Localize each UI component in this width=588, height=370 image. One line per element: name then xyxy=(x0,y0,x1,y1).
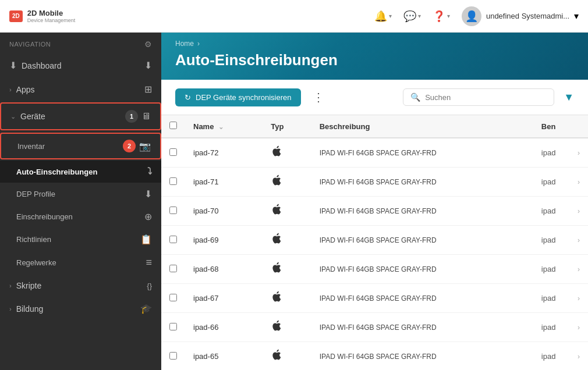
row-detail-chevron[interactable]: › xyxy=(578,294,580,303)
col-header-typ: Typ xyxy=(263,115,311,138)
select-all-checkbox[interactable] xyxy=(169,122,177,129)
bildung-icon: 🎓 xyxy=(140,303,152,314)
row-desc-text: IPAD WI-FI 64GB SPACE GRAY-FRD xyxy=(320,294,437,303)
page-banner: Home › Auto-Einschreibungen xyxy=(161,33,588,80)
dashboard-icon: ⬇ xyxy=(9,60,17,71)
table-row: ipad-67 IPAD WI-FI 64GB SPACE GRAY-FRD i… xyxy=(161,284,588,313)
sidebar-item-geraete[interactable]: ⌄ Geräte 1 🖥 xyxy=(0,102,161,130)
sidebar-label-auto-einschreibungen: Auto-Einschreibungen xyxy=(16,168,97,176)
sidebar-item-auto-einschreibungen[interactable]: Auto-Einschreibungen ⤵ xyxy=(0,161,161,183)
row-name: ipad-68 xyxy=(185,255,263,284)
settings-icon[interactable]: ⚙ xyxy=(144,40,153,49)
sync-button[interactable]: ↻ DEP Geräte synchronisieren xyxy=(175,88,301,106)
row-checkbox-cell xyxy=(161,138,185,168)
sidebar-item-skripte[interactable]: › Skripte {} xyxy=(0,275,161,297)
apple-icon xyxy=(271,265,281,276)
help-icon: ❓ xyxy=(433,10,445,23)
row-typ xyxy=(263,168,311,197)
row-ben: ipad › xyxy=(533,284,588,313)
dep-profile-icon: ⬇ xyxy=(144,188,152,200)
auto-einschreibungen-icon: ⤵ xyxy=(147,166,152,177)
name-sort-icon: ⌄ xyxy=(218,123,224,130)
user-caret-icon: ▾ xyxy=(574,10,579,22)
row-checkbox-cell xyxy=(161,342,185,371)
row-typ xyxy=(263,197,311,226)
row-beschreibung: IPAD WI-FI 64GB SPACE GRAY-FRD xyxy=(311,226,533,255)
sidebar-label-apps: Apps xyxy=(16,85,35,94)
row-checkbox[interactable] xyxy=(169,207,177,214)
main-layout: NAVIGATION ⚙ ⬇ Dashboard ⬇ › Apps ⊞ ⌄ Ge… xyxy=(0,33,588,370)
sync-icon: ↻ xyxy=(185,93,191,102)
row-detail-chevron[interactable]: › xyxy=(578,353,580,361)
row-checkbox[interactable] xyxy=(169,148,177,156)
row-typ xyxy=(263,255,311,284)
sidebar-item-regelwerke[interactable]: Regelwerke ≡ xyxy=(0,251,161,275)
filter-button[interactable]: ▼ xyxy=(564,91,574,104)
user-menu-button[interactable]: 👤 undefined Systemadmi... ▾ xyxy=(462,6,579,26)
content-area: Home › Auto-Einschreibungen ↻ DEP Geräte… xyxy=(161,33,588,370)
row-name: ipad-69 xyxy=(185,226,263,255)
row-typ xyxy=(263,342,311,371)
geraete-icon: 🖥 xyxy=(141,111,151,122)
apple-icon xyxy=(271,294,281,305)
sidebar-label-regelwerke: Regelwerke xyxy=(16,258,56,267)
row-checkbox[interactable] xyxy=(169,265,177,272)
sidebar-item-richtlinien[interactable]: Richtlinien 📋 xyxy=(0,228,161,251)
row-ben-text: ipad xyxy=(541,294,556,303)
row-ben: ipad › xyxy=(533,226,588,255)
chat-button[interactable]: 💬 ▾ xyxy=(403,10,421,23)
row-name: ipad-70 xyxy=(185,197,263,226)
row-desc-text: IPAD WI-FI 64GB SPACE GRAY-FRD xyxy=(320,149,437,157)
sidebar-nav-label: NAVIGATION ⚙ xyxy=(0,33,161,54)
row-detail-chevron[interactable]: › xyxy=(578,207,580,215)
row-beschreibung: IPAD WI-FI 64GB SPACE GRAY-FRD xyxy=(311,284,533,313)
row-checkbox[interactable] xyxy=(169,323,177,330)
row-checkbox[interactable] xyxy=(169,236,177,243)
sidebar-item-einschreibungen[interactable]: Einschreibungen ⊕ xyxy=(0,205,161,228)
row-desc-text: IPAD WI-FI 64GB SPACE GRAY-FRD xyxy=(320,265,437,273)
row-ben: ipad › xyxy=(533,138,588,168)
row-detail-chevron[interactable]: › xyxy=(578,236,580,244)
row-ben-text: ipad xyxy=(541,265,556,273)
row-ben: ipad › xyxy=(533,197,588,226)
avatar: 👤 xyxy=(462,6,481,26)
search-icon: 🔍 xyxy=(410,92,420,102)
more-options-button[interactable]: ⋮ xyxy=(308,88,329,106)
col-header-name[interactable]: Name ⌄ xyxy=(185,115,263,138)
row-desc-text: IPAD WI-FI 64GB SPACE GRAY-FRD xyxy=(320,236,437,244)
row-detail-chevron[interactable]: › xyxy=(578,149,580,157)
row-ben-text: ipad xyxy=(541,236,556,244)
table-row: ipad-65 IPAD WI-FI 64GB SPACE GRAY-FRD i… xyxy=(161,342,588,371)
logo-icon: 2D xyxy=(9,10,23,22)
row-ben-text: ipad xyxy=(541,323,556,332)
row-checkbox[interactable] xyxy=(169,352,177,360)
sidebar-item-apps[interactable]: › Apps ⊞ xyxy=(0,77,161,101)
sidebar-item-dep-profile[interactable]: DEP Profile ⬇ xyxy=(0,183,161,205)
sidebar-item-inventar[interactable]: Inventar 2 📷 xyxy=(0,133,161,159)
sidebar-item-dashboard[interactable]: ⬇ Dashboard ⬇ xyxy=(0,54,161,77)
row-checkbox[interactable] xyxy=(169,294,177,301)
user-name-label: undefined Systemadmi... xyxy=(486,12,569,20)
apps-icon: ⊞ xyxy=(144,84,152,95)
table-row: ipad-71 IPAD WI-FI 64GB SPACE GRAY-FRD i… xyxy=(161,168,588,197)
row-typ xyxy=(263,313,311,342)
row-detail-chevron[interactable]: › xyxy=(578,178,580,186)
row-ben-text: ipad xyxy=(541,177,556,186)
apps-expand-icon: › xyxy=(9,86,12,93)
search-input[interactable] xyxy=(425,93,547,102)
table-row: ipad-68 IPAD WI-FI 64GB SPACE GRAY-FRD i… xyxy=(161,255,588,284)
bell-button[interactable]: 🔔 ▾ xyxy=(374,10,392,23)
sidebar-label-dashboard: Dashboard xyxy=(22,61,62,70)
sidebar-item-bildung[interactable]: › Bildung 🎓 xyxy=(0,297,161,321)
row-checkbox[interactable] xyxy=(169,177,177,185)
help-button[interactable]: ❓ ▾ xyxy=(433,10,450,23)
breadcrumb-home[interactable]: Home xyxy=(175,40,194,48)
sidebar-label-skripte: Skripte xyxy=(16,281,42,290)
row-name: ipad-65 xyxy=(185,342,263,371)
bell-caret-icon: ▾ xyxy=(389,13,392,19)
row-checkbox-cell xyxy=(161,197,185,226)
row-checkbox-cell xyxy=(161,168,185,197)
row-detail-chevron[interactable]: › xyxy=(578,265,580,273)
row-name: ipad-71 xyxy=(185,168,263,197)
row-detail-chevron[interactable]: › xyxy=(578,323,580,332)
